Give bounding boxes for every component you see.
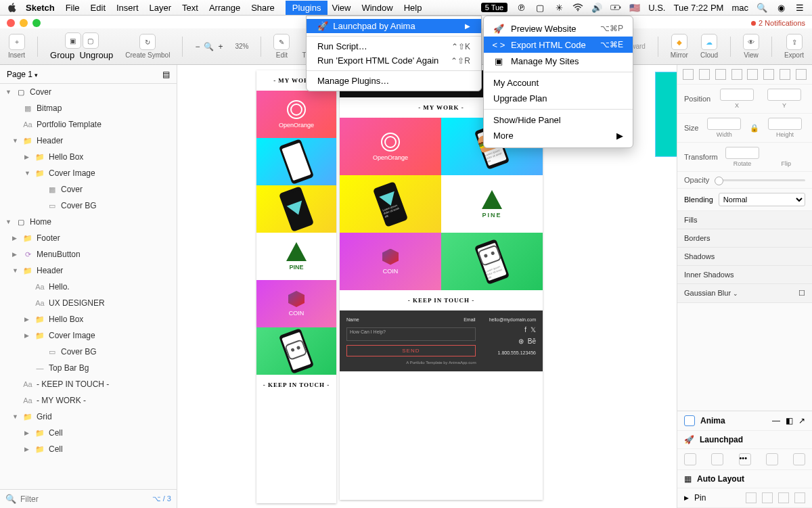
menu-help[interactable]: Help: [404, 3, 422, 13]
volume-icon[interactable]: 🔊: [591, 2, 602, 13]
run-script-item[interactable]: Run Script… ⌃⇧K: [307, 39, 481, 53]
filter-input[interactable]: [20, 494, 148, 504]
menu-edit[interactable]: Edit: [91, 3, 106, 13]
menu-view[interactable]: View: [332, 3, 351, 13]
layer-row[interactable]: AaUX DESIGNER: [0, 295, 177, 311]
manage-plugins-item[interactable]: Manage Plugins…: [307, 74, 481, 88]
pin-box-1[interactable]: [746, 492, 757, 503]
fills-header[interactable]: Fills: [677, 211, 812, 229]
layer-row[interactable]: ▶📁Hello Box: [0, 149, 177, 165]
align-right-button[interactable]: [715, 69, 726, 80]
facebook-icon[interactable]: f: [524, 326, 526, 333]
layer-row[interactable]: Aa- KEEP IN TOUCH -: [0, 376, 177, 392]
layer-row[interactable]: ▭Cover BG: [0, 198, 177, 214]
upgrade-plan-item[interactable]: Upgrade Plan: [484, 91, 633, 106]
lp-icon-5[interactable]: [793, 453, 805, 465]
siri-icon[interactable]: ◉: [775, 2, 786, 13]
lp-icon-1[interactable]: [684, 453, 696, 465]
menu-file[interactable]: File: [66, 3, 80, 13]
layer-row[interactable]: ▩Cover: [0, 181, 177, 198]
disclosure-triangle-icon[interactable]: ▶: [24, 332, 31, 339]
align-center-button[interactable]: [699, 69, 710, 80]
plugin-launchpad-item[interactable]: 🚀 Launchpad by Anima ▶: [307, 19, 481, 33]
airplay-icon[interactable]: ▢: [535, 2, 545, 13]
disclosure-triangle-icon[interactable]: ▶: [24, 446, 31, 453]
export-button[interactable]: ⇪Export: [784, 34, 804, 59]
menu-window[interactable]: Window: [361, 3, 392, 13]
dropdown-icon[interactable]: ⌄: [733, 290, 738, 297]
layer-row[interactable]: ▼▢Cover: [0, 84, 177, 100]
inner-shadows-header[interactable]: Inner Shadows: [677, 266, 812, 284]
edit-button[interactable]: ✎Edit: [273, 34, 290, 59]
blending-select[interactable]: Normal: [719, 193, 805, 206]
layer-row[interactable]: ▩Bitmap: [0, 100, 177, 116]
disclosure-triangle-icon[interactable]: ▶: [24, 316, 31, 323]
more-item[interactable]: More ▶: [484, 128, 633, 143]
page-selector[interactable]: Page 1 ▾ ▤: [0, 65, 177, 84]
minimize-window-button[interactable]: [20, 19, 28, 27]
layer-row[interactable]: ▶📁Hello Box: [0, 311, 177, 327]
launchpad-row[interactable]: 🚀 Launchpad: [677, 431, 812, 449]
shadows-header[interactable]: Shadows: [677, 248, 812, 266]
layer-row[interactable]: ▶📁Cell: [0, 441, 177, 457]
opacity-slider[interactable]: [715, 179, 805, 181]
flag-icon[interactable]: 🇺🇸: [629, 2, 640, 13]
x-input[interactable]: [720, 89, 754, 101]
layer-row[interactable]: ▼📁Cover Image: [0, 165, 177, 181]
show-hide-panel-item[interactable]: Show/Hide Panel: [484, 112, 633, 128]
layer-row[interactable]: —Top Bar Bg: [0, 360, 177, 376]
disclosure-triangle-icon[interactable]: ▼: [12, 137, 19, 144]
insert-button[interactable]: ＋ Insert: [8, 34, 25, 59]
mirror-button[interactable]: ◆Mirror: [671, 34, 688, 59]
panel-toggle-icon[interactable]: ▤: [162, 70, 170, 79]
layer-row[interactable]: ▶📁Footer: [0, 230, 177, 246]
view-button[interactable]: 👁View: [743, 34, 759, 59]
pin-box-2[interactable]: [762, 492, 773, 503]
external-icon[interactable]: ↗: [798, 416, 805, 425]
p-menu-icon[interactable]: ℗: [516, 2, 526, 13]
layer-row[interactable]: ▶📁Cover Image: [0, 327, 177, 344]
cloud-button[interactable]: ☁Cloud: [700, 34, 718, 59]
group-button[interactable]: ▣: [65, 32, 81, 49]
create-symbol-button[interactable]: ↻ Create Symbol: [125, 34, 170, 59]
disclosure-triangle-icon[interactable]: ▶: [12, 251, 19, 258]
disclosure-triangle-icon[interactable]: ▶: [24, 154, 31, 160]
zoom-in-icon[interactable]: +: [218, 42, 223, 51]
distribute-h-button[interactable]: [780, 69, 790, 80]
menu-share[interactable]: Share: [251, 3, 275, 13]
zoom-out-icon[interactable]: −: [195, 42, 200, 51]
flip-v-button[interactable]: [787, 147, 800, 159]
align-middle-button[interactable]: [747, 69, 758, 80]
menu-layer[interactable]: Layer: [150, 3, 172, 13]
artboard-mobile[interactable]: - MY WORK - OpenOrange PINE COIN - KEEP …: [256, 70, 336, 503]
zoom-control[interactable]: − 🔍 +: [195, 42, 223, 51]
bluetooth-icon[interactable]: ✳: [554, 2, 564, 13]
layer-row[interactable]: Aa- MY WORK -: [0, 392, 177, 409]
lock-icon[interactable]: 🔒: [750, 124, 759, 133]
layer-row[interactable]: ▭Cover BG: [0, 344, 177, 360]
gaussian-blur-header[interactable]: Gaussian Blur ⌄☐: [677, 284, 812, 303]
disclosure-triangle-icon[interactable]: ▼: [5, 89, 12, 95]
disclosure-triangle-icon[interactable]: ▶: [24, 430, 31, 436]
anima-panel-header[interactable]: Anima — ◧ ↗: [677, 411, 812, 431]
zoom-window-button[interactable]: [32, 19, 41, 27]
layer-row[interactable]: ▶📁Cell: [0, 425, 177, 441]
layer-row[interactable]: ▼▢Home: [0, 214, 177, 230]
disclosure-triangle-icon[interactable]: ▼: [12, 413, 19, 420]
manage-sites-item[interactable]: ▣ Manage My Sites: [484, 53, 633, 69]
flip-h-button[interactable]: [772, 147, 786, 159]
layer-row[interactable]: ▶⟳MenuButton: [0, 246, 177, 262]
align-left-button[interactable]: [683, 69, 694, 80]
send-button[interactable]: SEND: [346, 345, 476, 356]
y-input[interactable]: [767, 89, 801, 101]
my-account-item[interactable]: My Account: [484, 75, 633, 91]
panel-toggle-icon[interactable]: ◧: [786, 416, 793, 425]
disclosure-triangle-icon[interactable]: ▼: [24, 170, 31, 177]
lp-icon-2[interactable]: [711, 453, 723, 465]
date-badge[interactable]: 5 Tue: [481, 3, 508, 12]
battery-icon[interactable]: [610, 2, 621, 13]
lp-icon-3[interactable]: •••: [739, 453, 751, 465]
wifi-icon[interactable]: [572, 2, 583, 13]
layer-row[interactable]: AaHello.: [0, 279, 177, 295]
lp-icon-4[interactable]: [766, 453, 778, 465]
